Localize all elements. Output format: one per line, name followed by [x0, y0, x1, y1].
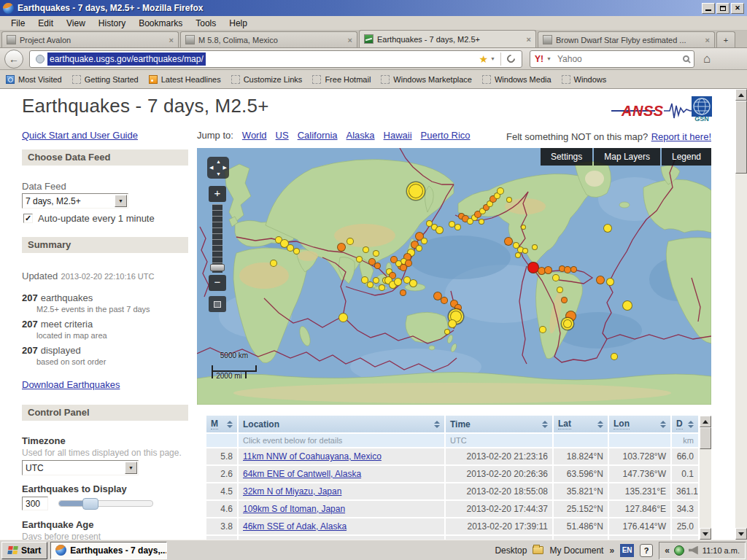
search-bar[interactable]: Y! ▼	[530, 50, 694, 68]
gsn-logo[interactable]: GSN	[689, 96, 714, 122]
earthquake-marker[interactable]	[367, 281, 374, 288]
auto-update-checkbox[interactable]: ✓	[23, 214, 33, 223]
tab-colima-mexico[interactable]: M 5.8, Colima, Mexico ×	[180, 31, 357, 47]
map-zoom-slider[interactable]	[212, 204, 222, 273]
earthquake-marker[interactable]	[504, 237, 513, 246]
tab-brown-dwarf[interactable]: Brown Dwarf Star Flyby estimated ... ×	[538, 31, 715, 47]
display-count-input[interactable]	[22, 497, 48, 510]
earthquake-marker[interactable]	[338, 313, 348, 322]
url-dropdown-icon[interactable]: ▼	[490, 56, 495, 61]
earthquake-map[interactable]: Settings Map Layers Legend ▲ ▼ ◀ ▶ + − 5…	[197, 148, 711, 405]
header-time[interactable]: Time	[446, 416, 552, 432]
quick-start-link[interactable]: Quick Start and User Guide	[22, 130, 138, 141]
restore-button[interactable]	[716, 3, 729, 14]
jump-link-puerto-rico[interactable]: Puerto Rico	[421, 130, 471, 141]
tray-collapse-chevron[interactable]: «	[665, 545, 670, 556]
event-link[interactable]: 109km S of Itoman, Japan	[243, 504, 345, 514]
earthquake-marker[interactable]	[373, 250, 379, 257]
map-zoom-box-button[interactable]	[209, 296, 226, 312]
earthquake-marker[interactable]	[448, 319, 457, 328]
earthquake-marker[interactable]	[347, 238, 354, 245]
earthquake-marker[interactable]	[373, 277, 379, 284]
earthquake-marker[interactable]	[454, 224, 461, 230]
table-row[interactable]: 4.6 109km S of Itoman, Japan 2013-02-20 …	[206, 501, 698, 517]
anss-logo[interactable]: ANSS	[622, 101, 747, 121]
download-earthquakes-link[interactable]: Download Earthquakes	[22, 379, 120, 390]
slider-handle[interactable]	[82, 498, 98, 510]
table-row[interactable]: 2.6 64km ENE of Cantwell, Alaska 2013-02…	[206, 466, 698, 482]
jump-link-alaska[interactable]: Alaska	[347, 130, 375, 141]
earthquake-marker[interactable]	[337, 243, 346, 252]
taskbar-firefox-button[interactable]: Earthquakes - 7 days,...	[50, 542, 167, 559]
map-zoom-out-button[interactable]: −	[209, 275, 226, 291]
header-lat[interactable]: Lat	[554, 416, 608, 432]
search-input[interactable]	[557, 54, 680, 64]
jump-link-hawaii[interactable]: Hawaii	[384, 130, 412, 141]
select-arrow-icon[interactable]: ▼	[125, 462, 137, 474]
earthquake-marker[interactable]	[421, 238, 427, 244]
data-feed-select[interactable]: 7 days, M2.5+ ▼	[22, 193, 128, 209]
earthquake-marker[interactable]	[539, 326, 546, 333]
earthquake-marker[interactable]	[374, 262, 381, 269]
tab-close-icon[interactable]: ×	[348, 36, 352, 44]
earthquake-marker[interactable]	[622, 300, 632, 311]
yahoo-icon[interactable]: Y!	[535, 54, 543, 64]
bookmark-free-hotmail[interactable]: Free Hotmail	[312, 75, 371, 84]
url-bar[interactable]: earthquake.usgs.gov/earthquakes/map/ ★ ▼	[29, 50, 522, 68]
menu-help[interactable]: Help	[222, 17, 254, 30]
search-icon[interactable]	[683, 55, 689, 62]
url-text[interactable]: earthquake.usgs.gov/earthquakes/map/	[47, 52, 206, 66]
earthquake-marker[interactable]	[356, 256, 363, 262]
earthquake-marker[interactable]	[363, 246, 369, 253]
folder-icon[interactable]	[533, 546, 543, 554]
jump-link-california[interactable]: California	[298, 130, 338, 141]
map-legend-button[interactable]: Legend	[662, 148, 711, 166]
menu-history[interactable]: History	[92, 17, 132, 30]
event-link[interactable]: 64km ENE of Cantwell, Alaska	[243, 469, 361, 479]
scroll-down-button[interactable]	[700, 528, 711, 540]
earthquake-marker[interactable]	[416, 245, 422, 252]
help-tray-icon[interactable]: ?	[640, 544, 653, 557]
jump-link-us[interactable]: US	[276, 130, 289, 141]
timezone-select[interactable]: UTC ▼	[22, 460, 139, 475]
table-row[interactable]: 5.8 11km NNW of Coahuayana, Mexico 2013-…	[206, 448, 698, 464]
my-document-label[interactable]: My Document	[549, 545, 603, 556]
header-location[interactable]: Location	[239, 416, 444, 432]
map-settings-button[interactable]: Settings	[541, 148, 592, 166]
scroll-up-button[interactable]	[735, 89, 747, 101]
minimize-button[interactable]	[702, 3, 715, 14]
tab-project-avalon[interactable]: Project Avalon ×	[1, 31, 179, 47]
bookmark-windows[interactable]: Windows	[562, 75, 607, 84]
earthquake-marker[interactable]	[552, 274, 560, 281]
table-scrollbar[interactable]	[700, 416, 711, 540]
header-lon[interactable]: Lon	[609, 416, 670, 432]
scrollbar-thumb[interactable]	[700, 427, 711, 449]
scrollbar-thumb[interactable]	[735, 101, 747, 174]
report-it-link[interactable]: Report it here!	[651, 131, 711, 142]
earthquake-marker[interactable]	[611, 353, 618, 360]
home-icon[interactable]: ⌂	[703, 52, 711, 66]
scroll-down-button[interactable]	[735, 528, 747, 540]
bookmark-windows-media[interactable]: Windows Media	[482, 75, 551, 84]
scroll-up-button[interactable]	[700, 416, 711, 427]
event-link[interactable]: 32km N of Miyazu, Japan	[243, 486, 341, 497]
desktop-toolbar-label[interactable]: Desktop	[495, 545, 527, 556]
volume-icon[interactable]	[689, 546, 698, 555]
earthquake-marker[interactable]	[561, 297, 568, 303]
earthquake-marker[interactable]	[532, 244, 538, 250]
tab-close-icon[interactable]: ×	[169, 36, 174, 44]
earthquake-marker[interactable]	[409, 184, 423, 198]
earthquake-marker[interactable]	[596, 276, 605, 284]
earthquake-marker[interactable]	[441, 297, 448, 304]
earthquake-marker[interactable]	[603, 224, 612, 233]
earthquake-marker[interactable]	[557, 287, 563, 293]
media-tray-icon[interactable]	[674, 545, 684, 556]
earthquake-marker[interactable]	[521, 225, 526, 230]
map-layers-button[interactable]: Map Layers	[594, 148, 660, 166]
tab-close-icon[interactable]: ×	[705, 36, 710, 44]
jump-link-world[interactable]: World	[242, 130, 267, 141]
close-button[interactable]: ✕	[731, 3, 744, 14]
header-depth[interactable]: D	[672, 416, 698, 432]
tab-earthquakes-active[interactable]: Earthquakes - 7 days, M2.5+ ×	[359, 30, 536, 47]
earthquake-marker[interactable]	[606, 278, 614, 286]
